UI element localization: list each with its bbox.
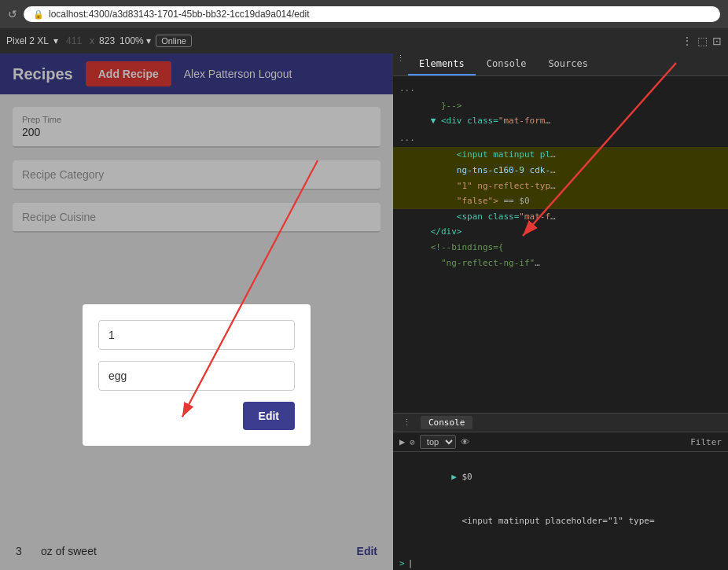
height-val: 823: [99, 35, 115, 46]
html-line-highlight-2: ng-tns-c160-9 cdk-…: [393, 163, 728, 178]
console-cursor: |: [408, 558, 414, 568]
modal-edit-button[interactable]: Edit: [243, 402, 295, 430]
console-element-line-2: valid ng-touched" ng-reflect-placeh: [399, 543, 722, 557]
modal-box: Edit: [83, 304, 311, 446]
separator: 411: [66, 35, 82, 46]
tab-console[interactable]: Console: [476, 53, 538, 75]
browser-controls: ↺: [8, 8, 17, 20]
url-bar[interactable]: 🔒 localhost:4300/a3d83143-1701-45bb-bb32…: [24, 6, 720, 22]
filter-label: Filter: [690, 437, 722, 447]
cursor-icon[interactable]: ⋮: [682, 35, 693, 47]
device-name: Pixel 2 XL: [6, 35, 49, 46]
console-toolbar: ⋮ Console: [393, 414, 728, 432]
html-line-7: <!--bindings={: [393, 240, 728, 256]
console-element-line-1: <input matinput placeholder="1" type=: [399, 499, 722, 543]
url-text: localhost:4300/a3d83143-1701-45bb-bb32-1…: [49, 9, 310, 20]
x-label: x: [90, 35, 94, 46]
modal-quantity-input[interactable]: [98, 320, 295, 350]
modal-overlay: Edit: [0, 53, 393, 570]
online-badge[interactable]: Online: [156, 35, 192, 47]
console-content: ▶ $0 <input matinput placeholder="1" typ…: [393, 452, 728, 557]
dollar-zero-line: ▶ $0: [399, 455, 722, 499]
console-filter-area: ▶ ⊘ top 👁 Filter: [393, 432, 728, 452]
console-tab-label[interactable]: Console: [421, 416, 472, 429]
console-prompt[interactable]: > |: [393, 557, 728, 570]
modal-ingredient-input[interactable]: [98, 361, 295, 391]
responsive-icon[interactable]: ⊡: [712, 35, 722, 47]
console-menu-icon[interactable]: ⋮: [399, 417, 414, 428]
tab-sources[interactable]: Sources: [537, 53, 599, 75]
html-line-highlight: <input matinput pl…: [393, 147, 728, 163]
console-panel: ⋮ Console ▶ ⊘ top 👁 Filter ▶ $0 <input m…: [393, 413, 728, 570]
devtools-menu-icon[interactable]: ⋮: [393, 53, 408, 75]
breadcrumb-dots: ...: [393, 79, 728, 98]
html-line-8: "ng-reflect-ng-if"…: [393, 256, 728, 271]
context-select[interactable]: top: [420, 435, 456, 449]
zoom-label: 100% ▾: [119, 35, 151, 46]
html-line-1: }-->: [393, 98, 728, 114]
refresh-icon[interactable]: ↺: [8, 8, 17, 20]
arrow-right: ▶: [451, 472, 461, 482]
html-line-5: <span class="mat-f…: [393, 209, 728, 225]
inspect-icon[interactable]: ⬚: [697, 35, 708, 47]
devtools-icons: ⋮ ⬚ ⊡: [682, 35, 722, 47]
html-line-highlight-3: "1" ng-reflect-typ…: [393, 178, 728, 194]
dropdown-arrow: ▾: [53, 35, 58, 46]
browser-bar: ↺ 🔒 localhost:4300/a3d83143-1701-45bb-bb…: [0, 0, 728, 28]
html-line-6: </div>: [393, 224, 728, 240]
devtools-toolbar: Pixel 2 XL ▾ 411 x 823 100% ▾ Online ⋮ ⬚…: [0, 28, 728, 53]
html-line-highlight-4: "false"> == $0: [393, 193, 728, 209]
devtools-panel: ⋮ Elements Console Sources ... }--> ▼ <d…: [393, 53, 728, 570]
elements-panel: ... }--> ▼ <div class="mat-form… ... <in…: [393, 76, 728, 413]
run-icon[interactable]: ▶: [399, 436, 405, 447]
html-line-2: ▼ <div class="mat-form…: [393, 113, 728, 129]
block-icon[interactable]: ⊘: [410, 437, 415, 447]
main-area: Recipes Add Recipe Alex Patterson Logout…: [0, 53, 728, 570]
tab-elements[interactable]: Elements: [408, 53, 476, 75]
device-selector[interactable]: Pixel 2 XL ▾ 411 x 823 100% ▾ Online: [6, 35, 192, 47]
prompt-caret: >: [399, 558, 405, 568]
app-panel: Recipes Add Recipe Alex Patterson Logout…: [0, 53, 393, 570]
devtools-tabs: ⋮ Elements Console Sources: [393, 53, 728, 76]
lock-icon: 🔒: [33, 9, 44, 20]
element-code-1: <input matinput placeholder="1" type=: [461, 516, 654, 526]
eye-icon[interactable]: 👁: [461, 437, 469, 447]
breadcrumb-dots-2: ...: [393, 129, 728, 148]
